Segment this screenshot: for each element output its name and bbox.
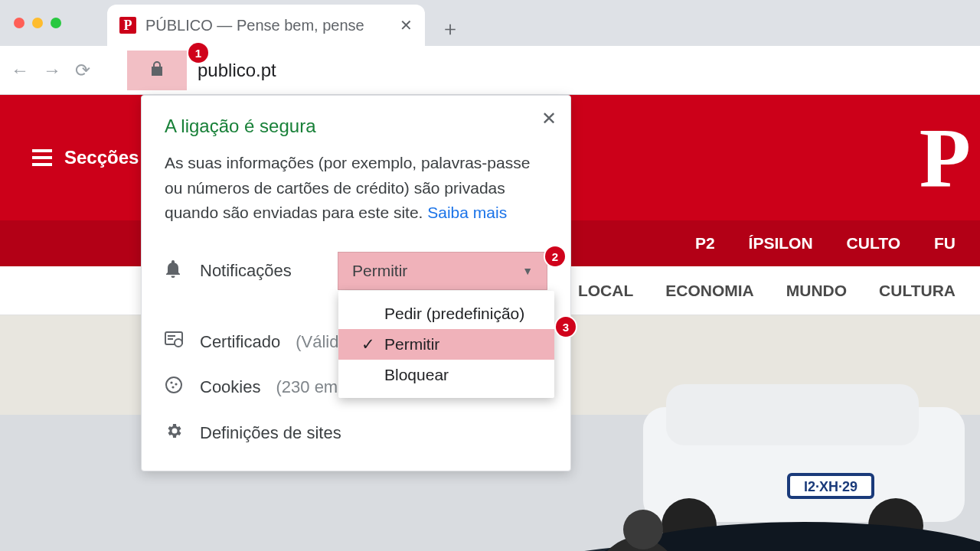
sections-label: Secções	[64, 147, 139, 168]
tab-favicon: P	[119, 17, 136, 34]
sections-menu-button[interactable]: Secções	[32, 147, 139, 168]
svg-rect-12	[168, 338, 173, 340]
connection-secure-title: A ligação é segura	[165, 116, 547, 137]
nav-item[interactable]: FU	[934, 234, 956, 253]
caret-down-icon: ▼	[522, 265, 533, 277]
lock-icon	[150, 60, 164, 80]
site-info-popup: ✕ A ligação é segura As suas informações…	[141, 95, 571, 471]
learn-more-link[interactable]: Saiba mais	[427, 204, 507, 221]
annotation-badge-1: 1	[188, 43, 208, 63]
notifications-permission-select[interactable]: Permitir ▼ Pedir (predefinição) Permitir…	[338, 252, 547, 290]
svg-point-14	[166, 377, 181, 393]
site-settings-row[interactable]: Definições de sites	[165, 422, 547, 445]
browser-tab[interactable]: P PÚBLICO — Pense bem, pense ✕	[107, 5, 425, 46]
option-block[interactable]: Bloquear	[338, 360, 554, 390]
annotation-badge-3: 3	[556, 317, 576, 337]
nav-item[interactable]: ÍPSILON	[749, 234, 813, 253]
certificate-label: Certificado	[200, 332, 280, 352]
forward-button[interactable]: →	[43, 60, 61, 81]
window-controls	[14, 18, 61, 28]
svg-point-15	[170, 381, 172, 383]
svg-point-9	[623, 510, 663, 549]
svg-point-16	[175, 383, 177, 385]
nav-item[interactable]: P2	[695, 234, 715, 253]
tab-title: PÚBLICO — Pense bem, pense	[145, 17, 390, 34]
permission-dropdown-menu: Pedir (predefinição) Permitir Bloquear	[338, 291, 554, 398]
hamburger-icon	[32, 149, 52, 166]
url-text: publico.pt	[198, 60, 276, 81]
option-ask[interactable]: Pedir (predefinição)	[338, 298, 554, 329]
nav-item[interactable]: CULTO	[847, 234, 900, 253]
cookie-icon	[165, 376, 185, 399]
site-info-button-highlight[interactable]	[127, 51, 187, 90]
reload-button[interactable]: ⟳	[75, 60, 90, 81]
bell-icon	[165, 259, 185, 282]
window-minimize-button[interactable]	[32, 18, 43, 28]
svg-point-13	[175, 339, 182, 347]
window-close-button[interactable]	[14, 18, 24, 28]
nav-item[interactable]: MUNDO	[786, 282, 847, 300]
tab-close-button[interactable]: ✕	[400, 16, 413, 34]
nav-item[interactable]: LOCAL	[578, 282, 633, 300]
cookies-label: Cookies	[200, 377, 260, 397]
browser-tab-strip: P PÚBLICO — Pense bem, pense ✕ ＋	[0, 0, 980, 46]
back-button[interactable]: ←	[11, 60, 29, 81]
svg-text:I2·XH·29: I2·XH·29	[804, 479, 858, 494]
new-tab-button[interactable]: ＋	[440, 15, 460, 42]
connection-secure-body: As suas informações (por exemplo, palavr…	[165, 151, 547, 226]
certificate-icon	[165, 331, 185, 353]
site-settings-label: Definições de sites	[200, 423, 341, 443]
option-allow[interactable]: Permitir	[338, 329, 554, 360]
svg-point-17	[172, 386, 174, 388]
popup-close-button[interactable]: ✕	[541, 108, 557, 129]
browser-toolbar: ← → ⟳ publico.pt	[0, 46, 980, 95]
site-logo[interactable]: P	[920, 116, 971, 200]
nav-item[interactable]: CULTURA	[879, 282, 956, 300]
window-maximize-button[interactable]	[51, 18, 61, 28]
svg-rect-11	[168, 335, 175, 337]
gear-icon	[165, 422, 185, 445]
svg-rect-3	[666, 384, 919, 445]
nav-item[interactable]: ECONOMIA	[665, 282, 754, 300]
select-value: Permitir	[352, 262, 407, 280]
notifications-label: Notificações	[200, 261, 322, 281]
notifications-permission-row: Notificações Permitir ▼ Pedir (predefini…	[165, 252, 547, 290]
annotation-badge-2: 2	[545, 246, 565, 266]
